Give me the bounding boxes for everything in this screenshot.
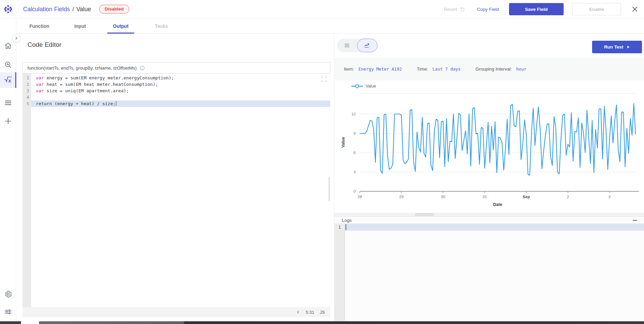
chart-hscrollbar-thumb[interactable] (415, 213, 434, 216)
value-chart-svg[interactable]: 03691228293031Sep23DateValue (334, 80, 644, 213)
tab-input[interactable]: Input (60, 19, 100, 33)
calculation-fields-icon[interactable] (4, 76, 12, 84)
function-signature-text: function(startTs, endTs, groupBy, tzName… (27, 65, 137, 71)
svg-text:30: 30 (441, 195, 445, 199)
breadcrumb-section-link[interactable]: Calculation Fields (23, 6, 70, 13)
breadcrumb-separator: / (72, 6, 74, 13)
code-text: var heat = sum(EM heat meter.heatConsump… (31, 81, 330, 88)
sidebar (0, 19, 16, 321)
config-value[interactable]: hour (516, 66, 526, 72)
editor-statusbar: 5:31 JS (22, 307, 330, 317)
logs-area[interactable]: 1 (334, 224, 644, 321)
log-line[interactable]: 1 (334, 224, 644, 231)
chart-hscrollbar-track[interactable] (334, 213, 644, 216)
test-pane: Run Test Item:Energy Meter A102Time:Last… (334, 34, 644, 321)
tab-tasks[interactable]: Tasks (141, 19, 182, 33)
tab-output[interactable]: Output (100, 19, 141, 33)
log-line-content (345, 224, 644, 231)
code-text (31, 94, 330, 100)
settings-gear-icon[interactable] (4, 290, 12, 298)
view-toggle-chart[interactable] (357, 39, 378, 52)
revert-icon (460, 6, 465, 12)
tabs-bar: FunctionInputOutputTasks (16, 19, 644, 34)
code-text: var size = uniq(EM apartment.area); (31, 88, 330, 94)
text-cursor (346, 224, 346, 230)
svg-text:Sep: Sep (523, 195, 530, 199)
close-icon[interactable] (631, 5, 639, 13)
view-toggle-table[interactable] (337, 39, 357, 52)
editor-scrollbar-thumb[interactable] (329, 177, 330, 201)
code-line[interactable]: 4 (22, 94, 330, 100)
breadcrumb-current: Value (76, 6, 91, 13)
svg-text:28: 28 (358, 195, 362, 199)
config-item-0: Item:Energy Meter A102 (344, 66, 402, 72)
code-area[interactable]: 1var energy = sum(EM energy meter.energy… (22, 74, 330, 307)
config-item-2: Grouping Interval:hour (475, 66, 526, 72)
line-number: 5 (22, 100, 31, 107)
revert-label: Revert (444, 7, 457, 12)
chart-legend[interactable]: Value (351, 84, 376, 89)
status-badge: Disabled (99, 5, 129, 14)
topbar: Calculation Fields / Value Disabled Reve… (0, 0, 644, 19)
config-label: Time: (417, 66, 428, 72)
svg-text:Date: Date (493, 202, 502, 207)
info-icon[interactable] (140, 65, 145, 71)
sidebar-expand-button[interactable] (12, 34, 21, 42)
svg-text:9: 9 (354, 131, 356, 135)
code-line[interactable]: 5return (energy + heat) / size; (22, 100, 330, 107)
header-actions: Revert Copy Field Save Field Enable (444, 3, 644, 15)
chevron-left-icon[interactable] (296, 310, 300, 315)
page-hscrollbar[interactable] (0, 321, 644, 324)
svg-text:Value: Value (341, 137, 346, 148)
code-text: var energy = sum(EM energy meter.energyC… (31, 75, 330, 81)
code-text: return (energy + heat) / size; (31, 100, 330, 107)
code-line[interactable]: 1var energy = sum(EM energy meter.energy… (22, 75, 330, 81)
play-icon (626, 45, 630, 49)
config-value[interactable]: Last 7 days (432, 66, 461, 72)
svg-text:3: 3 (354, 170, 356, 174)
legend-marker-icon (351, 84, 363, 89)
run-test-button[interactable]: Run Test (592, 41, 642, 53)
svg-text:0: 0 (354, 189, 356, 193)
search-pulse-icon[interactable] (4, 61, 12, 69)
logs-lines: 1 (334, 224, 644, 231)
save-field-button[interactable]: Save Field (509, 3, 564, 15)
add-icon[interactable] (4, 117, 12, 125)
table-view-icon (344, 42, 350, 49)
config-label: Item: (344, 66, 354, 72)
copy-field-button[interactable]: Copy Field (477, 7, 499, 12)
function-signature: function(startTs, endTs, groupBy, tzName… (22, 62, 330, 74)
config-value[interactable]: Energy Meter A102 (358, 66, 402, 72)
code-editor: function(startTs, endTs, groupBy, tzName… (22, 62, 330, 317)
logs-header: Logs (334, 216, 644, 224)
home-icon[interactable] (4, 42, 12, 50)
app-root: Calculation Fields / Value Disabled Reve… (0, 0, 644, 324)
revert-button[interactable]: Revert (444, 6, 466, 12)
config-item-1: Time:Last 7 days (417, 66, 461, 72)
line-number: 3 (22, 88, 31, 94)
legend-label: Value (366, 84, 376, 89)
run-test-label: Run Test (604, 44, 623, 50)
config-label: Grouping Interval: (475, 66, 512, 72)
enable-button[interactable]: Enable (572, 3, 621, 15)
test-config-bar: Item:Energy Meter A102Time:Last 7 daysGr… (334, 58, 644, 80)
line-number: 2 (22, 81, 31, 88)
svg-text:31: 31 (483, 195, 487, 199)
tab-function[interactable]: Function (19, 19, 60, 33)
line-number: 1 (22, 75, 31, 81)
minimize-icon[interactable] (633, 220, 637, 221)
expand-icon[interactable] (321, 76, 327, 82)
menu-icon[interactable] (4, 99, 12, 107)
svg-text:6: 6 (354, 151, 356, 155)
code-line[interactable]: 3var size = uniq(EM apartment.area); (22, 88, 330, 94)
svg-text:2: 2 (567, 195, 569, 199)
breadcrumb: Calculation Fields / Value (23, 6, 91, 13)
logs-title: Logs (342, 218, 352, 223)
chart-view-icon (364, 42, 371, 49)
code-line[interactable]: 2var heat = sum(EM heat meter.heatConsum… (22, 81, 330, 88)
cursor-position: 5:31 (306, 310, 314, 315)
app-logo-icon (3, 4, 13, 14)
sliders-icon[interactable] (4, 308, 12, 316)
line-number: 4 (22, 94, 31, 100)
svg-text:29: 29 (399, 195, 404, 199)
